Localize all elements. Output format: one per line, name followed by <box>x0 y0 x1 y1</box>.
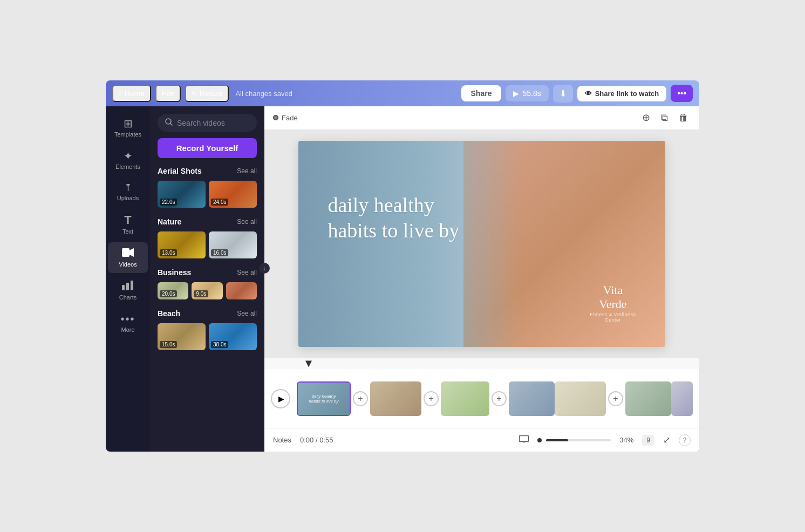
videos-icon <box>122 248 134 259</box>
canvas-main[interactable]: daily healthy habits to live by VitaVerd… <box>264 130 699 358</box>
video-duration: 16.0s <box>211 249 228 256</box>
canvas-area: Fade ⊕ ⧉ 🗑 <box>264 106 699 452</box>
record-yourself-button[interactable]: Record Yourself <box>158 138 257 158</box>
video-thumb[interactable]: 20.0s <box>158 282 188 299</box>
share-button[interactable]: Share <box>461 85 502 101</box>
add-clip-button[interactable]: + <box>424 391 439 406</box>
video-thumb[interactable]: 22.0s <box>158 181 206 208</box>
timeline-clip[interactable] <box>441 381 489 416</box>
add-slide-button[interactable]: ⊕ <box>640 110 652 126</box>
saved-status: All changes saved <box>235 90 292 98</box>
display-icon <box>519 435 529 445</box>
resize-label: Resize <box>200 89 223 98</box>
timeline-clip[interactable] <box>370 381 421 416</box>
timeline-clip[interactable] <box>625 381 671 416</box>
video-duration: 13.0s <box>160 249 177 256</box>
sidebar-item-label: Elements <box>115 163 140 170</box>
progress-fill <box>546 439 568 441</box>
see-all-aerial[interactable]: See all <box>237 167 257 175</box>
svg-rect-4 <box>131 281 133 290</box>
slide-headline: daily healthy habits to live by <box>328 193 529 244</box>
video-thumb[interactable]: 9.0s <box>192 282 222 299</box>
video-duration: 38.0s <box>211 341 228 348</box>
nature-video-grid: 13.0s 16.0s <box>158 231 257 258</box>
delete-slide-button[interactable]: 🗑 <box>677 110 691 126</box>
video-thumb[interactable]: 38.0s <box>209 323 257 350</box>
video-thumb[interactable]: 24.0s <box>209 181 257 208</box>
brand-name: VitaVerde <box>590 283 636 312</box>
download-button[interactable]: ⬇ <box>553 85 573 103</box>
see-all-beach[interactable]: See all <box>237 310 257 317</box>
sidebar-item-elements[interactable]: ✦ Elements <box>108 145 148 175</box>
resize-button[interactable]: ⇱ Resize <box>185 85 229 102</box>
home-button[interactable]: ‹ Home <box>112 85 151 102</box>
see-all-nature[interactable]: See all <box>237 218 257 226</box>
video-thumb[interactable] <box>226 282 257 299</box>
play-icon: ▶ <box>278 394 284 403</box>
progress-bar[interactable] <box>546 439 611 441</box>
share-link-button[interactable]: 👁 Share link to watch <box>577 86 666 101</box>
play-preview-button[interactable]: ▶ 55.8s <box>506 85 548 101</box>
notes-button[interactable]: Notes <box>273 436 291 444</box>
add-clip-button[interactable]: + <box>353 391 368 406</box>
progress-dot[interactable] <box>537 438 542 442</box>
file-label: File <box>162 89 174 98</box>
sidebar-item-text[interactable]: T Text <box>108 209 148 240</box>
text-icon: T <box>124 214 131 226</box>
eye-icon: 👁 <box>585 90 592 98</box>
question-icon: ? <box>683 436 687 444</box>
svg-line-6 <box>170 124 172 125</box>
sidebar-item-more[interactable]: ••• More <box>108 308 148 338</box>
transition-label: Fade <box>282 114 298 122</box>
timeline-clip[interactable] <box>509 381 555 416</box>
back-chevron-icon: ‹ <box>119 89 121 98</box>
sidebar-item-uploads[interactable]: ⤒ Uploads <box>108 178 148 207</box>
business-section-header: Business See all <box>158 268 257 277</box>
trash-icon: 🗑 <box>679 112 688 123</box>
hide-panel-button[interactable]: ‹ <box>259 263 270 274</box>
sidebar: ⊞ Templates ✦ Elements ⤒ Uploads T Text <box>106 106 150 452</box>
video-thumb[interactable]: 13.0s <box>158 231 206 258</box>
sidebar-item-label: More <box>121 326 134 333</box>
video-duration: 9.0s <box>194 290 208 297</box>
video-duration: 15.0s <box>160 341 177 348</box>
sidebar-item-templates[interactable]: ⊞ Templates <box>108 113 148 143</box>
search-bar <box>158 114 257 132</box>
add-clip-button[interactable]: + <box>492 391 507 406</box>
search-icon <box>165 118 173 127</box>
duplicate-slide-button[interactable]: ⧉ <box>659 110 670 126</box>
more-icon: ••• <box>677 88 686 98</box>
svg-marker-1 <box>129 248 134 257</box>
videos-panel: Record Yourself Aerial Shots See all 22.… <box>150 106 264 452</box>
aerial-section-header: Aerial Shots See all <box>158 167 257 175</box>
display-mode-button[interactable] <box>519 435 529 445</box>
timeline-clip[interactable] <box>555 381 606 416</box>
section-title: Nature <box>158 217 181 226</box>
timeline-clip[interactable] <box>671 381 693 416</box>
file-button[interactable]: File <box>155 85 181 102</box>
timeline-clip[interactable]: daily healthy habits to live by <box>297 381 351 416</box>
transition-indicator[interactable]: Fade <box>273 114 298 122</box>
aerial-video-grid: 22.0s 24.0s <box>158 181 257 208</box>
beach-video-grid: 15.0s 38.0s <box>158 323 257 350</box>
sidebar-item-charts[interactable]: Charts <box>108 275 148 306</box>
home-label: Home <box>125 89 145 98</box>
search-input[interactable] <box>177 119 264 127</box>
timeline-play-button[interactable]: ▶ <box>271 389 290 408</box>
more-options-button[interactable]: ••• <box>671 85 693 102</box>
sidebar-item-label: Uploads <box>117 195 139 201</box>
add-clip-button[interactable]: + <box>608 391 623 406</box>
video-thumb[interactable]: 15.0s <box>158 323 206 350</box>
download-icon: ⬇ <box>560 89 567 98</box>
fade-dot-icon <box>273 115 278 120</box>
slide-preview[interactable]: daily healthy habits to live by VitaVerd… <box>298 141 665 347</box>
business-video-grid: 20.0s 9.0s <box>158 282 257 299</box>
see-all-business[interactable]: See all <box>237 269 257 276</box>
video-thumb[interactable]: 16.0s <box>209 231 257 258</box>
help-button[interactable]: ? <box>679 434 691 446</box>
svg-rect-3 <box>126 283 129 290</box>
page-number-button[interactable]: 9 <box>642 435 654 446</box>
video-duration: 24.0s <box>211 199 228 206</box>
sidebar-item-videos[interactable]: Videos <box>108 242 148 273</box>
fullscreen-button[interactable]: ⤢ <box>663 435 670 445</box>
